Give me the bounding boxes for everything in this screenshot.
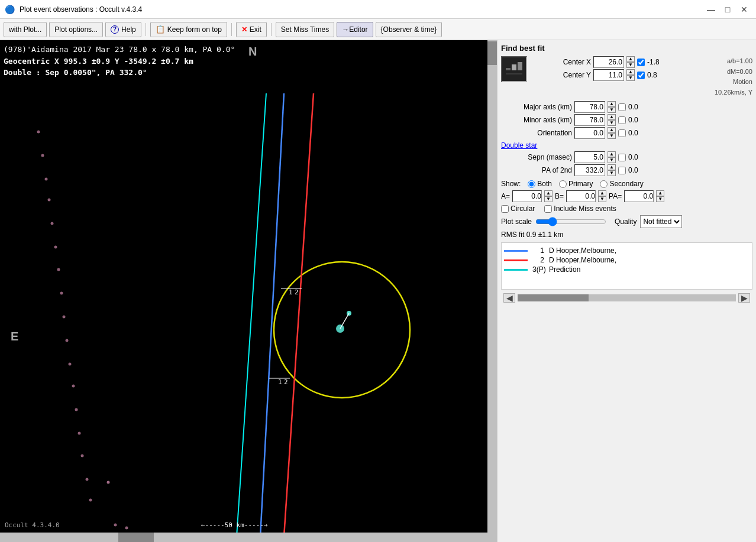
minor-axis-spinner[interactable]: ▲ ▼ (608, 114, 616, 126)
sepn-spinner[interactable]: ▲ ▼ (608, 151, 616, 163)
center-y-label: Center Y (532, 71, 591, 79)
center-y-spinner[interactable]: ▲ ▼ (626, 69, 635, 81)
show-secondary-radio[interactable] (600, 180, 608, 188)
fit-icon[interactable] (501, 56, 527, 82)
sepn-down[interactable]: ▼ (608, 157, 616, 163)
pa-spinner[interactable]: ▲ ▼ (656, 190, 664, 202)
center-y-down[interactable]: ▼ (626, 75, 635, 81)
side-info: a/b=1.00 dM=0.00 Motion 10.26km/s, Y (715, 56, 752, 98)
svg-text:2: 2 (284, 378, 288, 386)
scroll-thumb-vertical[interactable] (487, 41, 497, 65)
pa-2nd-input[interactable] (574, 164, 605, 176)
sepn-label: Sepn (masec) (501, 153, 572, 161)
major-axis-check-val: 0.0 (628, 103, 646, 111)
major-axis-up[interactable]: ▲ (608, 101, 616, 107)
orientation-up[interactable]: ▲ (608, 127, 616, 133)
with-plot-button[interactable]: with Plot... (4, 22, 47, 37)
center-y-up[interactable]: ▲ (626, 69, 635, 75)
legend-item-3: 3(P) Prediction (504, 265, 749, 274)
center-y-check-val: 0.8 (647, 71, 665, 79)
pa-down[interactable]: ▼ (656, 196, 664, 202)
b-spinner[interactable]: ▲ ▼ (598, 190, 606, 202)
quality-label: Quality (615, 218, 637, 226)
maximize-button[interactable]: □ (721, 4, 735, 15)
panel-nav-left[interactable]: ◀ (503, 293, 515, 303)
sepn-checkbox[interactable] (618, 154, 626, 161)
scroll-thumb-horizontal[interactable] (118, 533, 154, 542)
minor-axis-checkbox[interactable] (618, 116, 626, 124)
keep-form-icon: 📋 (156, 25, 165, 34)
center-x-up[interactable]: ▲ (626, 56, 635, 62)
orientation-input[interactable] (574, 127, 605, 139)
minor-axis-input[interactable] (574, 114, 605, 126)
b-down[interactable]: ▼ (598, 196, 606, 202)
sepn-up[interactable]: ▲ (608, 151, 616, 157)
orientation-label: Orientation (501, 129, 572, 137)
center-x-spinner[interactable]: ▲ ▼ (626, 56, 635, 68)
pa-input[interactable] (624, 190, 654, 202)
a-down[interactable]: ▼ (544, 196, 553, 202)
a-spinner[interactable]: ▲ ▼ (544, 190, 553, 202)
options-row: Circular Include Miss events (501, 205, 752, 213)
exit-button[interactable]: ✕ Exit (236, 22, 267, 37)
include-miss-checkbox[interactable] (544, 205, 552, 213)
circular-checkbox[interactable] (501, 205, 509, 213)
plot-scale-slider[interactable] (535, 217, 606, 226)
show-primary-option[interactable]: Primary (559, 180, 593, 188)
a-up[interactable]: ▲ (544, 190, 553, 196)
sepn-check-val: 0.0 (628, 153, 646, 161)
center-y-checkbox[interactable] (637, 72, 645, 79)
plot-scrollbar-vertical[interactable] (487, 40, 497, 533)
b-up[interactable]: ▲ (598, 190, 606, 196)
legend-line-1 (504, 250, 528, 252)
pa-2nd-spinner[interactable]: ▲ ▼ (608, 164, 616, 176)
pa-2nd-checkbox[interactable] (618, 167, 626, 174)
minor-axis-down[interactable]: ▼ (608, 120, 616, 126)
orientation-down[interactable]: ▼ (608, 133, 616, 139)
help-button[interactable]: ? Help (105, 22, 141, 37)
show-secondary-option[interactable]: Secondary (600, 180, 643, 188)
orientation-spinner[interactable]: ▲ ▼ (608, 127, 616, 139)
show-both-option[interactable]: Both (528, 180, 552, 188)
keep-form-button[interactable]: 📋 Keep form on top (150, 22, 227, 37)
pa-2nd-down[interactable]: ▼ (608, 170, 616, 176)
svg-point-14 (78, 432, 81, 435)
find-best-fit-title: Find best fit (501, 44, 752, 53)
orientation-checkbox[interactable] (618, 129, 626, 137)
major-axis-spinner[interactable]: ▲ ▼ (608, 101, 616, 113)
show-primary-radio[interactable] (559, 180, 567, 188)
center-y-input[interactable] (593, 69, 624, 81)
a-input[interactable] (512, 190, 542, 202)
center-x-down[interactable]: ▼ (626, 62, 635, 68)
plot-options-button[interactable]: Plot options... (49, 22, 103, 37)
observer-time-button[interactable]: {Observer & time} (376, 22, 442, 37)
sepn-input[interactable] (574, 151, 605, 163)
motion-label: Motion (715, 77, 752, 87)
pa-up[interactable]: ▲ (656, 190, 664, 196)
plot-scrollbar-horizontal[interactable] (0, 533, 487, 542)
circular-option[interactable]: Circular (501, 205, 535, 213)
editor-button[interactable]: →Editor (337, 22, 373, 37)
pa-2nd-up[interactable]: ▲ (608, 164, 616, 170)
toolbar-separator-3 (271, 23, 272, 36)
major-axis-input[interactable] (574, 101, 605, 113)
motion-val: 10.26km/s, Y (715, 87, 752, 98)
center-x-checkbox[interactable] (637, 59, 645, 66)
major-axis-checkbox[interactable] (618, 103, 626, 111)
close-button[interactable]: ✕ (737, 4, 751, 15)
quality-select[interactable]: Not fitted Good Fair Poor (640, 215, 682, 228)
include-miss-option[interactable]: Include Miss events (544, 205, 616, 213)
minimize-button[interactable]: — (704, 4, 718, 15)
panel-nav-right[interactable]: ▶ (738, 293, 750, 303)
show-both-radio[interactable] (528, 180, 535, 188)
right-panel-scrollthumb[interactable] (518, 294, 589, 301)
minor-axis-up[interactable]: ▲ (608, 114, 616, 120)
major-axis-down[interactable]: ▼ (608, 107, 616, 113)
main-content: 1 2 1 2 (978)'Aidamina 2017 Mar 23 78.0 … (0, 40, 756, 542)
double-star-link[interactable]: Double star (501, 141, 537, 150)
plot-area[interactable]: 1 2 1 2 (978)'Aidamina 2017 Mar 23 78.0 … (0, 40, 497, 542)
b-label: B= (555, 192, 564, 200)
set-miss-times-button[interactable]: Set Miss Times (276, 22, 334, 37)
b-input[interactable] (566, 190, 596, 202)
center-x-input[interactable] (593, 56, 624, 68)
